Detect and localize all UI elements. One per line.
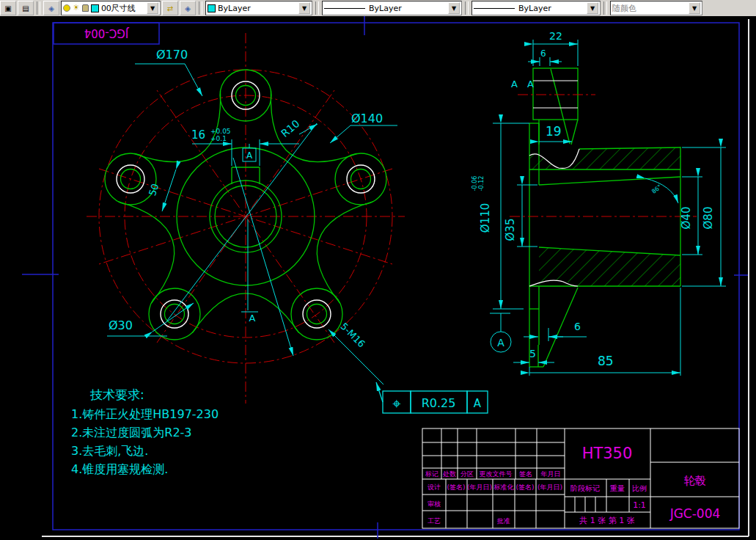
dim-d110-tol-upper: -0.06: [471, 176, 478, 191]
position-tolerance-icon: ⌖: [392, 395, 400, 412]
feature-control-frame: ⌖ R0.25 A: [376, 382, 488, 413]
col-count: 处数: [442, 470, 456, 478]
section-a1-label: A: [511, 79, 518, 90]
color-swatch: [208, 4, 216, 12]
color-dropdown[interactable]: ByLayer ▼: [205, 1, 312, 15]
tech-req-line: 3.去毛刺,飞边.: [71, 444, 148, 458]
dim-key-tol-lower: +0.1: [210, 135, 227, 142]
tech-req-line: 2.未注过度圆弧为R2-3: [71, 426, 192, 439]
dim-d40-label: Ø40: [680, 207, 693, 230]
dim-6-top-label: 6: [540, 48, 546, 59]
layer-previous-icon[interactable]: ◈: [180, 1, 196, 15]
col-change-file: 更改文件号: [480, 470, 513, 478]
corner-drawing-number: JGC-004: [84, 26, 130, 40]
cell-date: (年月日): [467, 484, 492, 491]
chevron-down-icon[interactable]: ▼: [587, 2, 598, 14]
fcf-datum-ref: A: [474, 397, 482, 410]
dim-d35-label: Ø35: [504, 219, 517, 241]
tech-req-title: 技术要求:: [89, 387, 144, 402]
scale-label: 比例: [632, 484, 647, 492]
cell-sign2: (签名): [515, 484, 534, 491]
scale-value: 1:1: [633, 500, 646, 510]
dim-50-label: 50: [147, 182, 161, 197]
color-value: ByLayer: [218, 4, 251, 13]
dim-key-tol-upper: +0.05: [210, 128, 231, 135]
section-dim-labels: 22 6 A A 19 Ø110 -0.06 -0.12 Ø35 Ø40 Ø80…: [471, 30, 715, 368]
cell-sign: (签名): [447, 484, 465, 491]
dim-22-label: 22: [549, 30, 562, 42]
dim-d110-label: Ø110: [479, 203, 492, 233]
linetype-sample: [324, 8, 365, 9]
layers-icon[interactable]: ◈: [43, 1, 59, 15]
fcf-value: R0.25: [422, 396, 456, 410]
dim-d170-label: Ø170: [156, 48, 188, 62]
section-a2-label: A: [527, 79, 534, 90]
linetype-dropdown[interactable]: ByLayer ▼: [322, 1, 462, 15]
drawing-canvas[interactable]: JGC-004: [0, 16, 756, 540]
layer-dropdown[interactable]: ☀ 00尺寸线 ▼: [61, 1, 161, 15]
sheet-count-label: 共 1 张 第 1 张: [579, 516, 634, 525]
col-date: 年月日: [541, 470, 561, 478]
make-layer-current-icon[interactable]: ⇄: [162, 1, 178, 15]
dim-5-label: 5: [529, 348, 536, 360]
title-block-text: HT350 轮毂 JGC-004 阶段标记 重量 比例 1:1 共 1 张 第 …: [425, 445, 720, 525]
top-toolbar: ▣ ▤ ◈ ☀ 00尺寸线 ▼ ⇄ ◈ ByLayer ▼ ByLayer ▼ …: [0, 0, 756, 18]
dim-d140-label: Ø140: [351, 112, 383, 125]
window-icon[interactable]: ▣: [0, 1, 16, 15]
separator: [199, 1, 202, 15]
lineweight-value: ByLayer: [518, 4, 551, 13]
cad-drawing[interactable]: JGC-004: [0, 16, 756, 540]
chevron-down-icon[interactable]: ▼: [689, 2, 700, 14]
chevron-down-icon[interactable]: ▼: [298, 2, 310, 14]
layer-color-swatch: [91, 4, 99, 12]
dim-6-bottom-label: 6: [574, 321, 581, 332]
freeze-icon[interactable]: ☀: [73, 4, 80, 12]
dim-key-width-label: 16: [191, 128, 205, 142]
current-layer-name: 00尺寸线: [101, 3, 136, 14]
tech-req-line: 4.锥度用塞规检测.: [71, 462, 168, 476]
dim-19-label: 19: [546, 124, 562, 139]
plotstyle-dropdown[interactable]: 随颜色 ▼: [610, 1, 702, 15]
part-name-label: 轮毂: [683, 474, 706, 487]
dim-85-label: 85: [598, 354, 614, 368]
linetype-value: ByLayer: [369, 4, 402, 13]
dim-d110-tol-lower: -0.12: [478, 176, 485, 191]
dim-d30-label: Ø30: [109, 318, 133, 332]
col-signature: 签名: [519, 470, 532, 478]
stage-mark-label: 阶段标记: [570, 484, 600, 492]
lineweight-dropdown[interactable]: ByLayer ▼: [471, 1, 601, 15]
layer-on-icon[interactable]: [63, 4, 70, 12]
separator: [315, 1, 319, 15]
dim-thread-label: 5-M16: [338, 321, 367, 349]
cell-review: 审核: [427, 500, 441, 508]
front-centerlines: [87, 33, 405, 404]
dim-d80-label: Ø80: [702, 207, 715, 230]
drawing-number-label: JGC-004: [669, 506, 721, 521]
dim-angle-label: 86°: [650, 183, 663, 195]
material-label: HT350: [582, 445, 633, 462]
print-icon[interactable]: ▤: [18, 1, 34, 15]
col-mark: 标记: [425, 470, 438, 478]
section-profile: [529, 68, 680, 367]
tech-req-line: 1.铸件正火处理HB197-230: [71, 407, 219, 421]
weight-label: 重量: [609, 484, 625, 492]
cell-process: 工艺: [427, 517, 441, 525]
separator: [37, 1, 40, 15]
cell-design: 设计: [427, 484, 441, 491]
separator: [465, 1, 469, 15]
tech-requirements: 技术要求: 1.铸件正火处理HB197-230 2.未注过度圆弧为R2-3 3.…: [71, 387, 219, 476]
lock-icon[interactable]: [82, 4, 89, 12]
datum-circle-label: A: [497, 337, 504, 349]
dim-r10-label: R10: [279, 117, 301, 139]
chevron-down-icon[interactable]: ▼: [448, 2, 460, 14]
chevron-down-icon[interactable]: ▼: [147, 2, 158, 14]
plotstyle-value: 随颜色: [612, 3, 636, 14]
cell-date2: (年月日): [537, 484, 562, 491]
cell-approve: 批准: [496, 517, 510, 525]
datum-a-box-label: A: [246, 150, 253, 161]
separator: [603, 1, 607, 15]
axis-datum-label: A: [249, 313, 256, 324]
lineweight-sample: [474, 8, 515, 9]
cell-standardize: 标准化: [493, 484, 515, 491]
col-zone: 分区: [460, 470, 474, 478]
